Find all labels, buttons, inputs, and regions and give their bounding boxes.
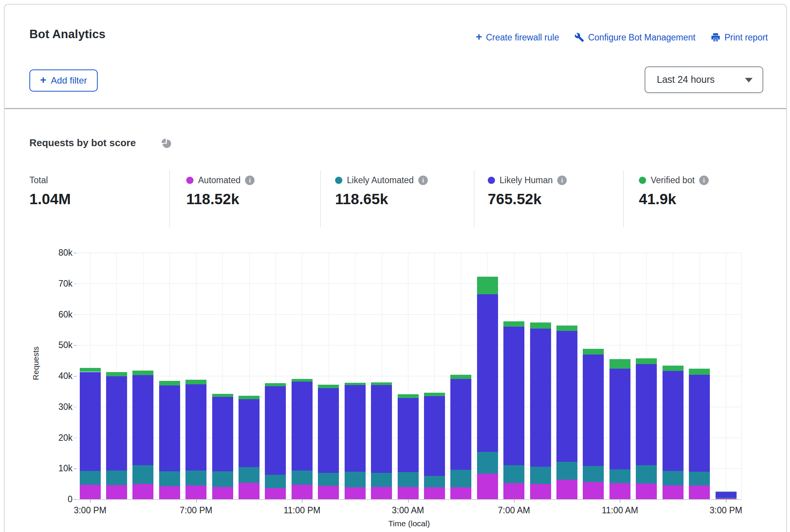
bar-segment[interactable] <box>345 385 366 472</box>
bar-segment[interactable] <box>530 329 551 467</box>
bar-segment[interactable] <box>371 473 392 487</box>
bar-segment[interactable] <box>80 372 101 471</box>
bar-segment[interactable] <box>265 383 286 386</box>
bar-segment[interactable] <box>265 386 286 475</box>
bar-segment[interactable] <box>318 473 339 486</box>
bar-segment[interactable] <box>292 471 313 485</box>
bar-segment[interactable] <box>106 471 127 485</box>
bar-segment[interactable] <box>530 484 551 499</box>
bar-segment[interactable] <box>716 492 737 492</box>
bar-segment[interactable] <box>450 379 471 470</box>
bar-segment[interactable] <box>292 382 313 471</box>
bar-segment[interactable] <box>159 381 180 385</box>
bar-segment[interactable] <box>80 485 101 499</box>
add-filter-button[interactable]: + Add filter <box>29 69 98 92</box>
bar-segment[interactable] <box>292 485 313 499</box>
bar-segment[interactable] <box>318 486 339 499</box>
bar-segment[interactable] <box>503 483 524 499</box>
bar-segment[interactable] <box>556 462 577 480</box>
time-range-dropdown[interactable]: Last 24 hours <box>645 66 763 93</box>
bar-segment[interactable] <box>450 470 471 487</box>
bar-segment[interactable] <box>450 375 471 379</box>
bar-segment[interactable] <box>185 485 206 499</box>
bar-segment[interactable] <box>663 471 684 486</box>
info-icon[interactable]: i <box>699 176 709 185</box>
bar-segment[interactable] <box>636 358 657 364</box>
bar-segment[interactable] <box>185 384 206 471</box>
bar-segment[interactable] <box>398 472 419 487</box>
create-firewall-rule-link[interactable]: + Create firewall rule <box>476 32 559 43</box>
bar-segment[interactable] <box>80 368 101 372</box>
bar-segment[interactable] <box>503 327 524 465</box>
bar-segment[interactable] <box>609 369 630 469</box>
bar-segment[interactable] <box>503 465 524 483</box>
bar-segment[interactable] <box>636 465 657 484</box>
info-icon[interactable]: i <box>418 176 428 185</box>
bar-segment[interactable] <box>132 371 153 375</box>
bar-segment[interactable] <box>689 375 710 472</box>
bar-segment[interactable] <box>716 492 737 498</box>
bar-segment[interactable] <box>689 472 710 485</box>
bar-segment[interactable] <box>583 482 604 499</box>
print-report-link[interactable]: Print report <box>711 32 768 43</box>
bar-segment[interactable] <box>663 485 684 499</box>
bar-segment[interactable] <box>318 385 339 389</box>
bar-segment[interactable] <box>689 485 710 499</box>
bar-segment[interactable] <box>106 376 127 471</box>
bar-segment[interactable] <box>477 452 498 474</box>
bar-segment[interactable] <box>292 379 313 381</box>
bar-segment[interactable] <box>132 465 153 484</box>
bar-segment[interactable] <box>556 480 577 499</box>
configure-bot-management-link[interactable]: Configure Bot Management <box>574 32 695 43</box>
bar-segment[interactable] <box>424 487 445 499</box>
bar-segment[interactable] <box>132 375 153 465</box>
bar-segment[interactable] <box>398 487 419 499</box>
bar-segment[interactable] <box>636 364 657 465</box>
bar-segment[interactable] <box>556 331 577 462</box>
bar-segment[interactable] <box>345 487 366 499</box>
bar-segment[interactable] <box>371 382 392 385</box>
bar-segment[interactable] <box>212 471 233 487</box>
bar-segment[interactable] <box>663 371 684 471</box>
bar-segment[interactable] <box>398 394 419 398</box>
bar-segment[interactable] <box>345 383 366 385</box>
bar-segment[interactable] <box>530 322 551 329</box>
bar-segment[interactable] <box>583 349 604 355</box>
bar-segment[interactable] <box>609 483 630 499</box>
bar-segment[interactable] <box>239 483 260 499</box>
bar-segment[interactable] <box>716 498 737 498</box>
bar-segment[interactable] <box>106 485 127 499</box>
bar-segment[interactable] <box>371 385 392 473</box>
bar-segment[interactable] <box>424 393 445 397</box>
bar-segment[interactable] <box>159 471 180 486</box>
bar-segment[interactable] <box>583 466 604 482</box>
bar-segment[interactable] <box>80 471 101 485</box>
bar-segment[interactable] <box>239 399 260 467</box>
bar-segment[interactable] <box>106 372 127 376</box>
bar-segment[interactable] <box>239 467 260 483</box>
bar-segment[interactable] <box>424 476 445 488</box>
bar-segment[interactable] <box>689 369 710 374</box>
bar-segment[interactable] <box>398 398 419 472</box>
bar-segment[interactable] <box>636 484 657 499</box>
bar-segment[interactable] <box>371 487 392 499</box>
bar-segment[interactable] <box>556 326 577 331</box>
bar-segment[interactable] <box>265 488 286 499</box>
bar-segment[interactable] <box>212 487 233 499</box>
info-icon[interactable]: i <box>557 176 567 185</box>
bar-segment[interactable] <box>212 397 233 471</box>
bar-segment[interactable] <box>609 359 630 369</box>
bar-segment[interactable] <box>212 394 233 397</box>
info-icon[interactable]: i <box>245 176 255 185</box>
bar-segment[interactable] <box>583 355 604 466</box>
bar-segment[interactable] <box>318 388 339 472</box>
bar-segment[interactable] <box>239 396 260 399</box>
bar-segment[interactable] <box>477 294 498 452</box>
bar-segment[interactable] <box>477 277 498 294</box>
bar-segment[interactable] <box>159 385 180 471</box>
bar-segment[interactable] <box>345 472 366 487</box>
bar-segment[interactable] <box>265 475 286 488</box>
bar-segment[interactable] <box>503 321 524 327</box>
bar-segment[interactable] <box>424 396 445 476</box>
bar-segment[interactable] <box>159 486 180 499</box>
